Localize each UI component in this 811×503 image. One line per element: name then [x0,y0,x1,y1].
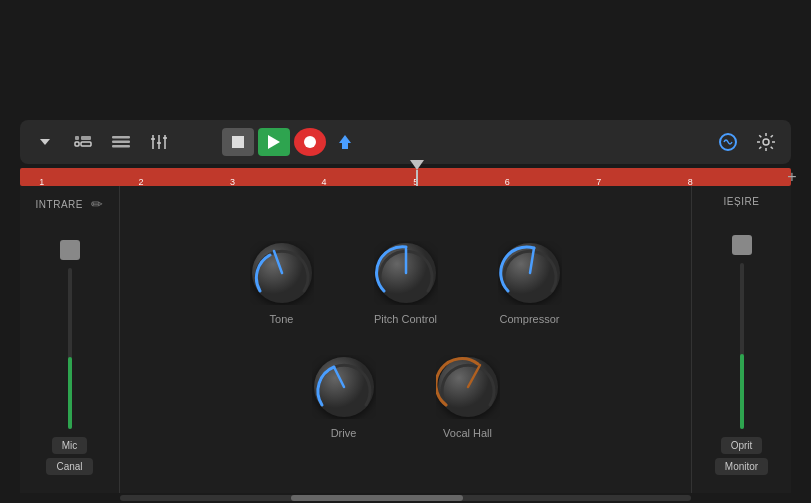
stop-button[interactable] [222,128,254,156]
toolbar [20,120,791,164]
svg-rect-7 [112,145,130,148]
fader-level [68,357,72,429]
oprit-button[interactable]: Oprit [721,437,763,454]
right-channel-strip: IEȘIRE Oprit Monitor [691,186,791,493]
vocal-hall-label: Vocal Hall [443,427,492,439]
svg-rect-14 [232,136,244,148]
effects-row-1: Tone Pitch Control [250,241,562,325]
transport-controls [222,128,360,156]
settings-button[interactable] [751,128,781,156]
output-label: IEȘIRE [724,196,760,207]
timeline-playhead[interactable] [410,160,424,186]
effects-row-2: Drive Vocal Hall [312,355,500,439]
pitch-control-knob[interactable] [374,241,438,305]
svg-rect-5 [112,136,130,139]
main-content: INTRARE ✏ Mic Canal [20,186,791,493]
timeline-ruler[interactable]: 1 2 3 4 5 6 7 8 [20,168,791,186]
play-button[interactable] [258,128,290,156]
output-fader-level [740,354,744,429]
eq-button[interactable] [144,128,174,156]
svg-rect-3 [81,136,91,140]
add-track-button[interactable]: + [783,168,801,186]
pitch-control-knob-container: Pitch Control [374,241,438,325]
scrollbar-thumb[interactable] [291,495,462,501]
vocal-hall-knob[interactable] [436,355,500,419]
smart-controls-button[interactable] [713,128,743,156]
timeline-mark-2: 2 [138,177,143,186]
svg-marker-15 [268,135,280,149]
effects-area: Tone Pitch Control [120,186,691,493]
timeline-mark-8: 8 [688,177,693,186]
canal-button[interactable]: Canal [46,458,92,475]
fader-track [68,268,72,429]
dropdown-button[interactable] [30,128,60,156]
svg-point-16 [304,136,316,148]
channel-bottom-right: Oprit Monitor [715,437,768,483]
timeline-mark-6: 6 [505,177,510,186]
record-button[interactable] [294,128,326,156]
drive-knob-container: Drive [312,355,376,439]
right-toolbar [713,128,781,156]
scrollbar-track [120,495,691,501]
vocal-hall-knob-container: Vocal Hall [436,355,500,439]
output-fader-track [740,263,744,429]
pencil-icon: ✏ [91,196,104,212]
compressor-knob-container: Compressor [498,241,562,325]
svg-rect-6 [112,141,130,144]
pitch-control-label: Pitch Control [374,313,437,325]
compressor-knob[interactable] [498,241,562,305]
output-fader[interactable] [712,215,772,437]
monitor-button[interactable]: Monitor [715,458,768,475]
svg-point-19 [763,139,769,145]
timeline-mark-3: 3 [230,177,235,186]
input-label: INTRARE ✏ [36,196,104,212]
drive-label: Drive [331,427,357,439]
fader-handle[interactable] [60,240,80,260]
list-view-button[interactable] [106,128,136,156]
timeline-mark-4: 4 [322,177,327,186]
mic-button[interactable]: Mic [52,437,88,454]
left-channel-strip: INTRARE ✏ Mic Canal [20,186,120,493]
svg-rect-2 [75,142,79,146]
output-fader-handle[interactable] [732,235,752,255]
timeline-mark-1: 1 [39,177,44,186]
input-fader[interactable] [40,220,100,437]
tone-knob[interactable] [250,241,314,305]
tone-knob-container: Tone [250,241,314,325]
upload-button[interactable] [330,128,360,156]
svg-marker-0 [40,139,50,145]
compressor-label: Compressor [500,313,560,325]
drive-knob[interactable] [312,355,376,419]
svg-rect-4 [81,142,91,146]
channel-bottom-left: Mic Canal [46,437,92,483]
svg-rect-1 [75,136,79,140]
tone-label: Tone [270,313,294,325]
svg-marker-17 [339,135,351,149]
timeline-mark-7: 7 [596,177,601,186]
horizontal-scrollbar[interactable] [120,495,691,503]
track-view-button[interactable] [68,128,98,156]
